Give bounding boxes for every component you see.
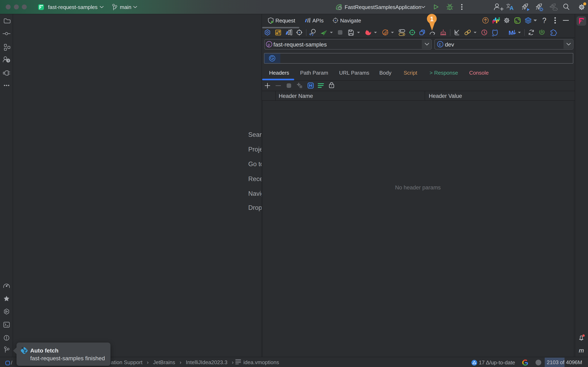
svg-text:?: ? <box>8 59 9 62</box>
svg-text:E: E <box>439 42 441 47</box>
svg-text:m: m <box>579 347 584 354</box>
svg-text:A: A <box>510 5 514 11</box>
svg-text:M: M <box>509 29 514 36</box>
svg-text:?: ? <box>542 16 546 25</box>
svg-text:p: p <box>268 42 270 47</box>
